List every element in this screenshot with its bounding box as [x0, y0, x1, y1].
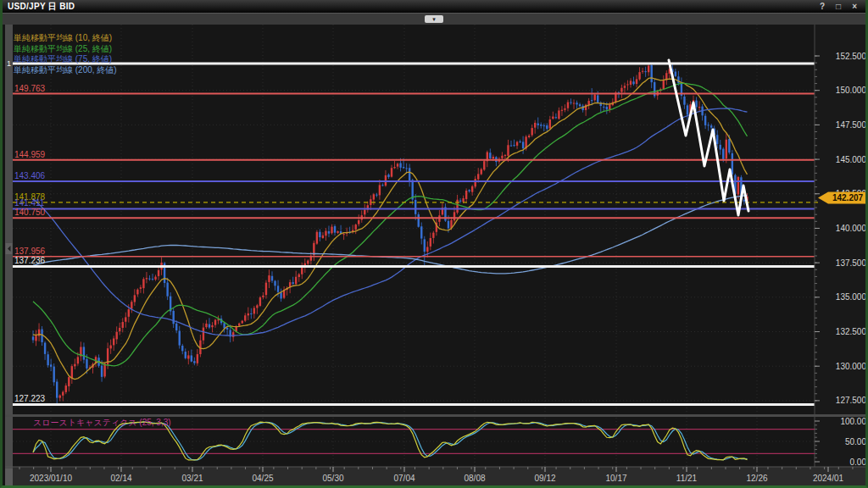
close-button[interactable]: ×	[852, 0, 857, 13]
candle[interactable]	[626, 84, 628, 85]
candle[interactable]	[516, 142, 518, 146]
candle[interactable]	[732, 153, 733, 175]
candle[interactable]	[644, 71, 646, 72]
candle[interactable]	[238, 324, 240, 326]
candle[interactable]	[35, 336, 36, 341]
candle[interactable]	[193, 361, 195, 363]
candle[interactable]	[191, 355, 192, 361]
candle[interactable]	[573, 103, 575, 104]
candle[interactable]	[603, 107, 604, 108]
candle[interactable]	[475, 179, 476, 186]
toolbar-collapse-button[interactable]: ▾	[425, 15, 443, 23]
candle[interactable]	[101, 365, 103, 376]
candle[interactable]	[154, 277, 156, 280]
candle[interactable]	[203, 328, 204, 341]
candle[interactable]	[624, 86, 626, 87]
candle[interactable]	[116, 332, 118, 340]
candle[interactable]	[710, 125, 712, 128]
candle[interactable]	[456, 200, 458, 213]
candle[interactable]	[453, 212, 455, 220]
candle[interactable]	[555, 117, 557, 118]
candle[interactable]	[522, 141, 524, 148]
candle[interactable]	[492, 157, 494, 158]
candle[interactable]	[648, 66, 649, 73]
candle[interactable]	[250, 313, 252, 314]
candle[interactable]	[567, 103, 569, 108]
candle[interactable]	[113, 338, 114, 345]
candle[interactable]	[630, 80, 632, 85]
candle[interactable]	[109, 346, 111, 349]
candle[interactable]	[393, 167, 395, 168]
candle[interactable]	[376, 195, 377, 196]
candle[interactable]	[316, 232, 318, 244]
candle[interactable]	[399, 164, 401, 168]
candle[interactable]	[638, 72, 640, 80]
candle[interactable]	[280, 292, 281, 298]
candle[interactable]	[244, 315, 246, 320]
candle[interactable]	[381, 185, 383, 186]
candle[interactable]	[387, 175, 389, 177]
candle[interactable]	[597, 95, 598, 102]
candle[interactable]	[226, 328, 228, 330]
candle[interactable]	[214, 320, 216, 325]
candle[interactable]	[211, 325, 213, 327]
candle[interactable]	[242, 321, 243, 324]
candle[interactable]	[319, 232, 320, 237]
candle[interactable]	[728, 139, 730, 152]
maximize-button[interactable]: □	[836, 0, 841, 13]
candle[interactable]	[253, 308, 255, 313]
candle[interactable]	[71, 366, 73, 378]
candle[interactable]	[576, 103, 577, 104]
candle[interactable]	[513, 145, 515, 146]
candle[interactable]	[405, 168, 407, 169]
candle[interactable]	[695, 101, 697, 108]
candle[interactable]	[50, 364, 52, 367]
candle[interactable]	[358, 220, 359, 225]
candle[interactable]	[209, 324, 210, 328]
candle[interactable]	[256, 305, 258, 308]
candle[interactable]	[181, 346, 183, 351]
candle[interactable]	[534, 123, 536, 128]
candle[interactable]	[591, 100, 593, 101]
candle[interactable]	[537, 124, 539, 125]
candle[interactable]	[373, 194, 375, 199]
candle[interactable]	[531, 128, 532, 135]
candle[interactable]	[331, 227, 332, 234]
candle[interactable]	[158, 270, 159, 276]
candle[interactable]	[205, 324, 207, 327]
candle[interactable]	[53, 367, 54, 383]
candle[interactable]	[142, 279, 144, 288]
candle[interactable]	[720, 145, 721, 150]
candle[interactable]	[477, 174, 479, 179]
candle[interactable]	[510, 146, 512, 147]
candle[interactable]	[704, 116, 706, 125]
candle[interactable]	[185, 352, 186, 358]
candle[interactable]	[418, 214, 420, 227]
candle[interactable]	[636, 79, 637, 84]
candle[interactable]	[152, 279, 153, 280]
candle[interactable]	[716, 135, 718, 144]
candle[interactable]	[642, 71, 643, 72]
candle[interactable]	[179, 330, 181, 345]
candle[interactable]	[424, 239, 426, 252]
candle[interactable]	[301, 267, 303, 274]
candle[interactable]	[274, 281, 275, 286]
candle[interactable]	[68, 377, 70, 386]
candle[interactable]	[570, 103, 571, 103]
candle[interactable]	[722, 149, 724, 159]
candle[interactable]	[131, 302, 132, 308]
candle[interactable]	[743, 200, 745, 202]
candle[interactable]	[175, 324, 177, 330]
candle[interactable]	[415, 200, 416, 214]
candle[interactable]	[262, 296, 264, 297]
candle[interactable]	[663, 80, 665, 89]
candle[interactable]	[232, 332, 234, 337]
candle[interactable]	[134, 295, 136, 302]
candle[interactable]	[259, 297, 261, 306]
candle[interactable]	[391, 168, 392, 176]
candle[interactable]	[65, 385, 67, 392]
candle[interactable]	[426, 247, 428, 252]
candle[interactable]	[579, 104, 581, 106]
candle[interactable]	[379, 185, 381, 195]
candle[interactable]	[268, 275, 270, 282]
